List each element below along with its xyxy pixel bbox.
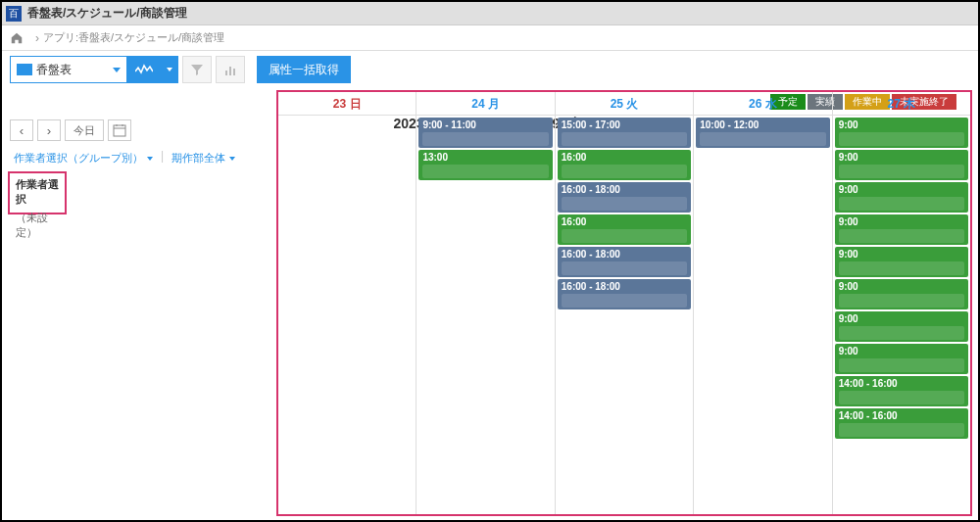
event-body xyxy=(562,132,687,146)
pulse-icon xyxy=(135,64,153,75)
calendar-event[interactable]: 15:00 - 17:00 xyxy=(558,118,691,148)
worker-select-box[interactable]: 作業者選択 （未設定） xyxy=(8,171,67,214)
event-time: 13:00 xyxy=(422,152,548,163)
event-body xyxy=(839,391,964,404)
worker-select-label: 作業者選択 xyxy=(16,177,59,207)
event-body xyxy=(422,132,548,146)
calendar-header: 23 日24 月25 火26 水27 木 xyxy=(278,92,970,116)
event-time: 14:00 - 16:00 xyxy=(839,378,964,389)
calendar-event[interactable]: 9:00 xyxy=(835,150,968,180)
event-body xyxy=(839,261,964,275)
event-time: 16:00 xyxy=(562,216,687,227)
breadcrumb-sep: › xyxy=(35,31,39,45)
filter-row: 作業者選択（グループ別） | 期作部全体 xyxy=(2,147,276,169)
breadcrumb-app: アプリ: xyxy=(43,30,78,45)
calendar-event[interactable]: 13:00 xyxy=(418,150,552,180)
event-body xyxy=(422,165,548,178)
calendar-event[interactable]: 16:00 xyxy=(558,150,691,180)
calendar-event[interactable]: 10:00 - 12:00 xyxy=(696,118,829,148)
view-select[interactable]: 香盤表 xyxy=(10,56,127,83)
event-time: 10:00 - 12:00 xyxy=(700,119,825,130)
calendar-event[interactable]: 14:00 - 16:00 xyxy=(835,408,968,439)
event-body xyxy=(839,132,964,146)
worker-group-filter[interactable]: 作業者選択（グループ別） xyxy=(10,149,157,167)
day-header[interactable]: 27 木 xyxy=(832,92,970,115)
graph-toggle-button[interactable] xyxy=(127,56,161,83)
calendar-event[interactable]: 9:00 xyxy=(835,182,968,213)
left-panel: ‹ › 今日 作業者選択（グループ別） | 期作部全体 作業者選択 （未設定） xyxy=(2,88,276,520)
event-body xyxy=(839,326,964,340)
calendar-view-icon xyxy=(17,64,32,75)
day-header[interactable]: 24 月 xyxy=(416,92,554,115)
day-column: 15:00 - 17:0016:0016:00 - 18:0016:0016:0… xyxy=(555,116,693,514)
calendar-event[interactable]: 9:00 xyxy=(835,118,968,148)
calendar-event[interactable]: 16:00 xyxy=(558,214,691,245)
svg-rect-0 xyxy=(225,71,227,75)
calendar-event[interactable]: 9:00 - 11:00 xyxy=(418,118,552,148)
day-header[interactable]: 26 水 xyxy=(693,92,831,115)
event-time: 16:00 xyxy=(562,152,687,163)
filter-divider: | xyxy=(161,149,164,167)
calendar-event[interactable]: 9:00 xyxy=(835,311,968,342)
worker-group-label: 作業者選択（グループ別） xyxy=(14,151,143,166)
event-body xyxy=(839,358,964,372)
svg-rect-3 xyxy=(114,125,125,136)
titlebar: 百 香盤表/スケジュール/商談管理 xyxy=(2,2,978,25)
event-time: 9:00 xyxy=(839,281,964,292)
event-time: 9:00 xyxy=(839,119,964,130)
filter-button[interactable] xyxy=(182,56,212,83)
event-time: 16:00 - 18:00 xyxy=(562,249,687,260)
event-body xyxy=(562,294,687,308)
breadcrumb-path[interactable]: 香盤表/スケジュール/商談管理 xyxy=(78,30,224,45)
day-header[interactable]: 23 日 xyxy=(278,92,416,115)
calendar-event[interactable]: 16:00 - 18:00 xyxy=(558,247,691,277)
event-body xyxy=(562,165,687,178)
calendar-event[interactable]: 9:00 xyxy=(835,247,968,277)
funnel-icon xyxy=(190,63,204,76)
view-select-label: 香盤表 xyxy=(36,62,113,78)
titlebar-text: 香盤表/スケジュール/商談管理 xyxy=(27,5,187,22)
calendar-event[interactable]: 9:00 xyxy=(835,214,968,245)
event-body xyxy=(839,165,964,178)
view-selector-group: 香盤表 xyxy=(10,56,178,83)
bulk-fetch-button[interactable]: 属性一括取得 xyxy=(257,56,351,83)
event-time: 16:00 - 18:00 xyxy=(562,184,687,195)
next-button[interactable]: › xyxy=(37,119,61,141)
event-time: 9:00 - 11:00 xyxy=(422,119,548,130)
calendar-event[interactable]: 16:00 - 18:00 xyxy=(558,182,691,213)
calendar-event[interactable]: 16:00 - 18:00 xyxy=(558,279,691,309)
calendar-area: 23 日24 月25 火26 水27 木 9:00 - 11:0013:0015… xyxy=(276,90,972,516)
prev-button[interactable]: ‹ xyxy=(10,119,33,141)
today-button[interactable]: 今日 xyxy=(65,119,104,141)
calendar-event[interactable]: 14:00 - 16:00 xyxy=(835,376,968,406)
graph-dropdown-button[interactable] xyxy=(161,56,178,83)
event-time: 14:00 - 16:00 xyxy=(839,410,964,421)
bar-chart-icon xyxy=(223,63,237,76)
calendar-event[interactable]: 9:00 xyxy=(835,344,968,374)
calendar-picker-button[interactable] xyxy=(108,119,131,141)
event-time: 16:00 - 18:00 xyxy=(562,281,687,292)
calendar-event[interactable]: 9:00 xyxy=(835,279,968,309)
app-icon: 百 xyxy=(6,6,22,22)
event-time: 9:00 xyxy=(839,152,964,163)
calendar-body: 9:00 - 11:0013:0015:00 - 17:0016:0016:00… xyxy=(278,116,970,514)
period-filter[interactable]: 期作部全体 xyxy=(168,149,239,167)
svg-rect-1 xyxy=(229,67,231,75)
event-body xyxy=(839,197,964,211)
event-time: 9:00 xyxy=(839,249,964,260)
event-body xyxy=(562,197,687,211)
event-body xyxy=(839,294,964,308)
day-column xyxy=(278,116,416,514)
home-icon[interactable] xyxy=(10,31,24,45)
day-header[interactable]: 25 火 xyxy=(555,92,693,115)
chevron-down-icon xyxy=(167,68,172,71)
event-time: 9:00 xyxy=(839,184,964,195)
chart-button[interactable] xyxy=(216,56,245,83)
content-area: ‹ › 今日 作業者選択（グループ別） | 期作部全体 作業者選択 （未設定） … xyxy=(2,88,978,520)
event-body xyxy=(562,261,687,275)
event-body xyxy=(700,132,825,146)
day-column: 10:00 - 12:00 xyxy=(693,116,831,514)
breadcrumb: › アプリ: 香盤表/スケジュール/商談管理 xyxy=(2,25,978,51)
day-column: 9:00 - 11:0013:00 xyxy=(416,116,554,514)
period-label: 期作部全体 xyxy=(172,151,225,166)
